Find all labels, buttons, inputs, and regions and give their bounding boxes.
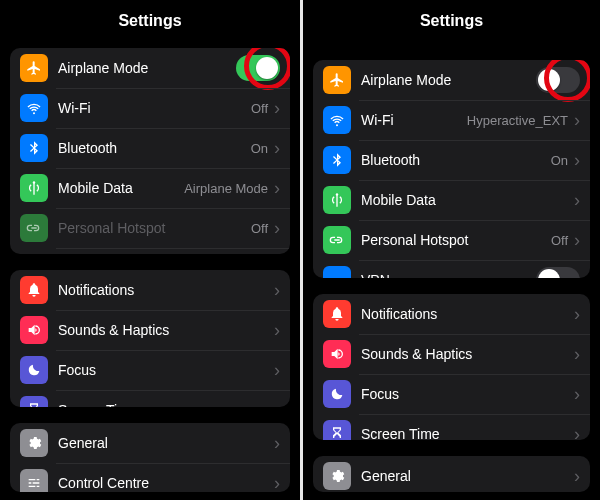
row-label: Personal Hotspot [361,232,551,248]
row-screen-time[interactable]: Screen Time › [10,390,290,407]
toggle-knob [538,69,560,91]
bluetooth-detail: On [551,153,568,168]
sliders-icon [20,469,48,492]
chevron-right-icon: › [574,305,580,323]
group-notifications: Notifications › Sounds & Haptics › Focus… [10,270,290,407]
row-focus[interactable]: Focus › [10,350,290,390]
page-title: Settings [0,0,300,40]
toggle-knob [256,57,278,79]
airplane-toggle[interactable] [536,67,580,93]
row-vpn[interactable]: VPN VPN [10,248,290,254]
row-personal-hotspot[interactable]: Personal Hotspot Off › [313,220,590,260]
chevron-right-icon: › [574,151,580,169]
row-wifi[interactable]: Wi-Fi Hyperactive_EXT › [313,100,590,140]
row-label: Screen Time [361,426,572,439]
hourglass-icon [20,396,48,407]
settings-panel-left: Settings Airplane Mode Wi-Fi Off › Bluet… [0,0,300,500]
chevron-right-icon: › [274,401,280,407]
wifi-detail: Off [251,101,268,116]
row-general[interactable]: General › [10,423,290,463]
row-bluetooth[interactable]: Bluetooth On › [313,140,590,180]
chevron-right-icon: › [274,99,280,117]
vpn-toggle[interactable] [536,267,580,278]
row-label: Focus [361,386,572,402]
chevron-right-icon: › [574,111,580,129]
row-label: Wi-Fi [58,100,251,116]
row-vpn[interactable]: VPN VPN [313,260,590,278]
row-label: Screen Time [58,402,272,407]
gear-icon [20,429,48,457]
row-notifications[interactable]: Notifications › [313,294,590,334]
group-general: General › [313,456,590,492]
row-label: Personal Hotspot [58,220,251,236]
row-sounds[interactable]: Sounds & Haptics › [313,334,590,374]
row-label: Bluetooth [58,140,251,156]
chevron-right-icon: › [274,179,280,197]
chevron-right-icon: › [574,191,580,209]
row-label: Notifications [361,306,572,322]
row-label: General [361,468,572,484]
row-focus[interactable]: Focus › [313,374,590,414]
airplane-icon [323,66,351,94]
chevron-right-icon: › [574,231,580,249]
row-label: Airplane Mode [58,60,236,76]
chevron-right-icon: › [574,467,580,485]
row-airplane-mode[interactable]: Airplane Mode [313,60,590,100]
group-general: General › Control Centre › [10,423,290,492]
chevron-right-icon: › [274,361,280,379]
row-label: Control Centre [58,475,272,491]
row-label: Sounds & Haptics [361,346,572,362]
speaker-icon [20,316,48,344]
wifi-detail: Hyperactive_EXT [467,113,568,128]
chevron-right-icon: › [274,474,280,492]
row-label: Airplane Mode [361,72,536,88]
hotspot-detail: Off [551,233,568,248]
row-control-centre[interactable]: Control Centre › [10,463,290,492]
row-label: Bluetooth [361,152,551,168]
bluetooth-detail: On [251,141,268,156]
moon-icon [20,356,48,384]
bluetooth-icon [20,134,48,162]
mobile-detail: Airplane Mode [184,181,268,196]
group-connectivity: Airplane Mode Wi-Fi Off › Bluetooth On ›… [10,48,290,254]
chevron-right-icon: › [574,385,580,403]
bluetooth-icon [323,146,351,174]
row-mobile-data[interactable]: Mobile Data › [313,180,590,220]
vpn-icon: VPN [323,266,351,278]
chevron-right-icon: › [274,321,280,339]
row-bluetooth[interactable]: Bluetooth On › [10,128,290,168]
row-label: Focus [58,362,272,378]
airplane-toggle[interactable] [236,55,280,81]
gear-icon [323,462,351,490]
group-notifications: Notifications › Sounds & Haptics › Focus… [313,294,590,439]
chevron-right-icon: › [274,281,280,299]
row-label: VPN [361,272,536,278]
row-label: Mobile Data [361,192,572,208]
speaker-icon [323,340,351,368]
row-label: Wi-Fi [361,112,467,128]
row-mobile-data[interactable]: Mobile Data Airplane Mode › [10,168,290,208]
row-personal-hotspot[interactable]: Personal Hotspot Off › [10,208,290,248]
bell-icon [20,276,48,304]
row-general[interactable]: General › [313,456,590,492]
settings-panel-right: Settings Airplane Mode Wi-Fi Hyperactive… [300,0,600,500]
toggle-knob [538,269,560,278]
antenna-icon [20,174,48,202]
chevron-right-icon: › [274,434,280,452]
row-notifications[interactable]: Notifications › [10,270,290,310]
row-wifi[interactable]: Wi-Fi Off › [10,88,290,128]
row-screen-time[interactable]: Screen Time › [313,414,590,439]
chevron-right-icon: › [274,139,280,157]
chevron-right-icon: › [574,425,580,439]
row-sounds[interactable]: Sounds & Haptics › [10,310,290,350]
group-connectivity: Airplane Mode Wi-Fi Hyperactive_EXT › Bl… [313,60,590,278]
hourglass-icon [323,420,351,439]
bell-icon [323,300,351,328]
link-icon [20,214,48,242]
row-label: Notifications [58,282,272,298]
chevron-right-icon: › [574,345,580,363]
page-title: Settings [303,0,600,40]
link-icon [323,226,351,254]
row-airplane-mode[interactable]: Airplane Mode [10,48,290,88]
airplane-icon [20,54,48,82]
